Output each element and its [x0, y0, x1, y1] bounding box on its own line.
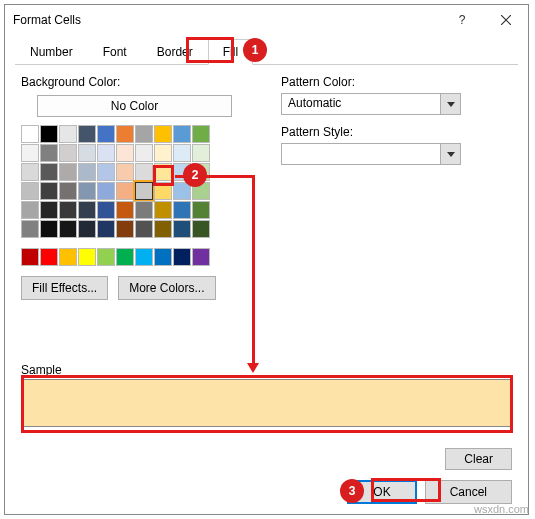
color-swatch[interactable] — [173, 144, 191, 162]
color-swatch[interactable] — [135, 248, 153, 266]
color-swatch[interactable] — [135, 220, 153, 238]
tab-strip: Number Font Border Fill — [15, 39, 518, 65]
color-swatch[interactable] — [154, 220, 172, 238]
color-swatch[interactable] — [135, 201, 153, 219]
color-swatch[interactable] — [78, 248, 96, 266]
color-swatch[interactable] — [40, 201, 58, 219]
color-swatch[interactable] — [59, 163, 77, 181]
color-swatch[interactable] — [97, 248, 115, 266]
color-swatch[interactable] — [154, 125, 172, 143]
color-swatch[interactable] — [40, 125, 58, 143]
color-swatch[interactable] — [192, 220, 210, 238]
tab-number[interactable]: Number — [15, 39, 88, 64]
color-swatch[interactable] — [59, 182, 77, 200]
color-swatch[interactable] — [21, 144, 39, 162]
titlebar: Format Cells ? — [5, 5, 528, 35]
color-swatch[interactable] — [173, 125, 191, 143]
color-swatch[interactable] — [192, 163, 210, 181]
color-swatch[interactable] — [173, 163, 191, 181]
color-swatch[interactable] — [116, 144, 134, 162]
color-swatch[interactable] — [135, 125, 153, 143]
color-swatch[interactable] — [135, 182, 153, 200]
sample-preview — [21, 379, 512, 427]
pattern-color-value: Automatic — [282, 94, 440, 114]
color-swatch[interactable] — [21, 163, 39, 181]
color-swatch[interactable] — [154, 144, 172, 162]
color-swatch[interactable] — [154, 201, 172, 219]
color-swatch[interactable] — [78, 220, 96, 238]
sample-label: Sample — [21, 363, 62, 377]
sample-area: Sample — [21, 363, 512, 427]
color-swatch[interactable] — [78, 201, 96, 219]
color-swatch[interactable] — [21, 248, 39, 266]
color-swatch[interactable] — [97, 201, 115, 219]
svg-marker-3 — [447, 152, 455, 157]
color-swatch[interactable] — [173, 248, 191, 266]
ok-button[interactable]: OK — [347, 480, 416, 504]
color-swatch[interactable] — [154, 163, 172, 181]
color-swatch[interactable] — [135, 144, 153, 162]
tab-fill[interactable]: Fill — [208, 39, 253, 65]
color-swatch[interactable] — [192, 125, 210, 143]
color-swatch[interactable] — [97, 163, 115, 181]
more-colors-button[interactable]: More Colors... — [118, 276, 215, 300]
color-swatch[interactable] — [97, 220, 115, 238]
chevron-down-icon — [440, 94, 460, 114]
pattern-color-select[interactable]: Automatic — [281, 93, 461, 115]
color-swatch[interactable] — [21, 201, 39, 219]
color-swatch[interactable] — [192, 248, 210, 266]
theme-color-grid — [21, 125, 251, 238]
color-swatch[interactable] — [59, 125, 77, 143]
standard-color-grid — [21, 248, 251, 266]
color-swatch[interactable] — [40, 182, 58, 200]
color-swatch[interactable] — [192, 182, 210, 200]
color-swatch[interactable] — [59, 144, 77, 162]
help-button[interactable]: ? — [440, 5, 484, 35]
color-swatch[interactable] — [97, 182, 115, 200]
color-swatch[interactable] — [59, 201, 77, 219]
color-swatch[interactable] — [97, 125, 115, 143]
clear-button[interactable]: Clear — [445, 448, 512, 470]
no-color-button[interactable]: No Color — [37, 95, 232, 117]
color-swatch[interactable] — [116, 248, 134, 266]
cancel-button[interactable]: Cancel — [425, 480, 512, 504]
svg-marker-2 — [447, 102, 455, 107]
color-swatch[interactable] — [154, 182, 172, 200]
pattern-style-select[interactable] — [281, 143, 461, 165]
color-swatch[interactable] — [40, 163, 58, 181]
color-swatch[interactable] — [78, 125, 96, 143]
pattern-style-label: Pattern Style: — [281, 125, 512, 139]
color-swatch[interactable] — [97, 144, 115, 162]
color-swatch[interactable] — [40, 248, 58, 266]
color-swatch[interactable] — [135, 163, 153, 181]
tab-border[interactable]: Border — [142, 39, 208, 64]
color-swatch[interactable] — [116, 125, 134, 143]
color-swatch[interactable] — [78, 144, 96, 162]
color-swatch[interactable] — [116, 220, 134, 238]
color-swatch[interactable] — [116, 182, 134, 200]
color-swatch[interactable] — [78, 182, 96, 200]
color-swatch[interactable] — [116, 163, 134, 181]
color-swatch[interactable] — [21, 125, 39, 143]
fill-effects-button[interactable]: Fill Effects... — [21, 276, 108, 300]
color-swatch[interactable] — [59, 248, 77, 266]
dialog-body: Background Color: No Color Fill Effects.… — [5, 65, 528, 310]
color-swatch[interactable] — [173, 201, 191, 219]
color-swatch[interactable] — [154, 248, 172, 266]
color-swatch[interactable] — [21, 182, 39, 200]
close-icon — [501, 15, 511, 25]
color-swatch[interactable] — [173, 220, 191, 238]
color-swatch[interactable] — [40, 144, 58, 162]
chevron-down-icon — [440, 144, 460, 164]
color-swatch[interactable] — [173, 182, 191, 200]
color-swatch[interactable] — [40, 220, 58, 238]
dialog-title: Format Cells — [13, 13, 440, 27]
color-swatch[interactable] — [116, 201, 134, 219]
color-swatch[interactable] — [192, 201, 210, 219]
tab-font[interactable]: Font — [88, 39, 142, 64]
close-button[interactable] — [484, 5, 528, 35]
color-swatch[interactable] — [21, 220, 39, 238]
color-swatch[interactable] — [78, 163, 96, 181]
color-swatch[interactable] — [192, 144, 210, 162]
color-swatch[interactable] — [59, 220, 77, 238]
